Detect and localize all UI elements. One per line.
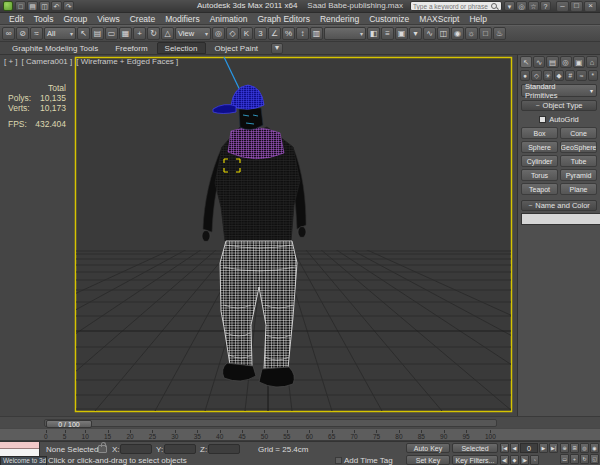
welcome-window-minimized[interactable]: Welcome to 3d	[0, 456, 47, 465]
menu-views[interactable]: Views	[92, 13, 125, 25]
listener-field[interactable]	[0, 449, 39, 456]
graphite-ribbon-toggle-icon[interactable]: ▾	[409, 27, 422, 40]
autogrid-checkbox[interactable]	[539, 116, 546, 123]
modify-tab-icon[interactable]: ∿	[533, 56, 545, 68]
menu-create[interactable]: Create	[125, 13, 161, 25]
utilities-tab-icon[interactable]: ⌂	[586, 56, 598, 68]
window-crossing-icon[interactable]: ▦	[119, 27, 132, 40]
menu-customize[interactable]: Customize	[364, 13, 414, 25]
selection-lock-icon[interactable]	[98, 445, 107, 453]
zoom-extents-icon[interactable]: ◎	[580, 443, 589, 453]
help-icon[interactable]: ?	[540, 1, 551, 11]
pan-view-icon[interactable]: +	[570, 454, 579, 464]
space-warps-category-icon[interactable]: ≈	[576, 70, 586, 81]
save-file-icon[interactable]: ◫	[39, 1, 50, 11]
percent-snap-toggle-icon[interactable]: %	[282, 27, 295, 40]
menu-tools[interactable]: Tools	[29, 13, 59, 25]
ribbon-collapse-icon[interactable]: ▾	[271, 43, 283, 54]
zoom-extents-all-icon[interactable]: ◉	[590, 443, 599, 453]
primitive-button-box[interactable]: Box	[521, 127, 558, 139]
zoom-all-icon[interactable]: ⊞	[570, 443, 579, 453]
create-tab-icon[interactable]: ↖	[520, 56, 532, 68]
curve-editor-icon[interactable]: ∿	[423, 27, 436, 40]
helpers-category-icon[interactable]: #	[565, 70, 575, 81]
select-and-rotate-icon[interactable]: ↻	[147, 27, 160, 40]
ribbon-tab-freeform[interactable]: Freeform	[107, 42, 155, 54]
menu-rendering[interactable]: Rendering	[315, 13, 364, 25]
select-and-link-icon[interactable]: ∞	[2, 27, 15, 40]
go-to-end-button[interactable]: ▶|	[549, 443, 558, 453]
primitive-button-cone[interactable]: Cone	[560, 127, 597, 139]
search-icon[interactable]	[491, 3, 497, 9]
menu-group[interactable]: Group	[59, 13, 93, 25]
previous-frame-button[interactable]: ◀	[510, 443, 519, 453]
menu-graph-editors[interactable]: Graph Editors	[252, 13, 314, 25]
select-and-move-icon[interactable]: +	[133, 27, 146, 40]
unlink-selection-icon[interactable]: ⊘	[16, 27, 29, 40]
primitive-button-plane[interactable]: Plane	[560, 183, 597, 195]
zoom-icon[interactable]: ⊕	[560, 443, 569, 453]
angle-snap-toggle-icon[interactable]: ∠	[268, 27, 281, 40]
menu-maxscript[interactable]: MAXScript	[414, 13, 464, 25]
time-configuration-icon[interactable]: ◔	[530, 455, 539, 465]
rectangular-selection-region-icon[interactable]: ▭	[105, 27, 118, 40]
reference-coordinate-system-dropdown[interactable]: View▾	[175, 27, 211, 40]
menu-help[interactable]: Help	[464, 13, 491, 25]
snap-toggle-icon[interactable]: 3	[254, 27, 267, 40]
key-mode-toggle-icon[interactable]: ◆	[510, 455, 519, 465]
primitive-button-pyramid[interactable]: Pyramid	[560, 169, 597, 181]
edit-named-selection-sets-icon[interactable]: ▥	[310, 27, 323, 40]
ribbon-tab-selection[interactable]: Selection	[157, 42, 206, 54]
play-animation-button[interactable]: ▶	[539, 443, 548, 453]
schematic-view-icon[interactable]: ◫	[437, 27, 450, 40]
maxscript-mini-listener[interactable]	[0, 442, 40, 456]
menu-edit[interactable]: Edit	[4, 13, 29, 25]
geometry-category-icon[interactable]: ●	[520, 70, 530, 81]
add-time-tag[interactable]: Add Time Tag	[335, 456, 393, 465]
mirror-icon[interactable]: ◧	[367, 27, 380, 40]
undo-icon[interactable]: ↶	[51, 1, 62, 11]
favorites-icon[interactable]: ☆	[528, 1, 539, 11]
use-pivot-point-center-icon[interactable]: ◎	[212, 27, 225, 40]
key-mode-dropdown[interactable]: Selected	[452, 443, 498, 453]
search-dropdown-icon[interactable]: ▾	[504, 1, 515, 11]
render-setup-icon[interactable]: ☼	[465, 27, 478, 40]
primitive-button-torus[interactable]: Torus	[521, 169, 558, 181]
search-input[interactable]	[413, 3, 489, 10]
time-slider-handle[interactable]: 0 / 100	[46, 420, 92, 428]
primitive-category-dropdown[interactable]: Standard Primitives ▾	[521, 84, 597, 97]
cameras-category-icon[interactable]: ◆	[554, 70, 564, 81]
communication-center-icon[interactable]: ◎	[516, 1, 527, 11]
y-coordinate-field[interactable]	[164, 444, 196, 454]
systems-category-icon[interactable]: *	[588, 70, 598, 81]
ribbon-tab-graphite-modeling-tools[interactable]: Graphite Modeling Tools	[4, 42, 106, 54]
render-production-icon[interactable]: ♨	[493, 27, 506, 40]
current-frame-field[interactable]: 0	[520, 443, 538, 453]
previous-key-button[interactable]: ◀|	[500, 455, 509, 465]
go-to-start-button[interactable]: |◀	[500, 443, 509, 453]
object-type-rollout[interactable]: − Object Type	[521, 100, 597, 111]
spinner-snap-toggle-icon[interactable]: ↕	[296, 27, 309, 40]
maximize-viewport-toggle-icon[interactable]: ◱	[590, 454, 599, 464]
display-tab-icon[interactable]: ▣	[573, 56, 585, 68]
selection-filter-dropdown[interactable]: All▾	[44, 27, 76, 40]
align-icon[interactable]: ≡	[381, 27, 394, 40]
redo-icon[interactable]: ↷	[63, 1, 74, 11]
primitive-button-geosphere[interactable]: GeoSphere	[560, 141, 597, 153]
primitive-button-tube[interactable]: Tube	[560, 155, 597, 167]
ribbon-tab-object-paint[interactable]: Object Paint	[207, 42, 267, 54]
keyboard-shortcut-override-icon[interactable]: K	[240, 27, 253, 40]
time-slider-track[interactable]: 0 / 100	[44, 419, 497, 427]
hierarchy-tab-icon[interactable]: ▤	[546, 56, 558, 68]
named-selection-sets-dropdown[interactable]: ▾	[324, 27, 366, 40]
orbit-icon[interactable]: ↻	[580, 454, 589, 464]
viewport-menu-pov[interactable]: [ Camera001 ]	[22, 57, 73, 66]
maximize-button[interactable]: □	[570, 1, 583, 12]
open-file-icon[interactable]: ▤	[27, 1, 38, 11]
select-by-name-icon[interactable]: ▤	[91, 27, 104, 40]
layer-manager-icon[interactable]: ▣	[395, 27, 408, 40]
primitive-button-sphere[interactable]: Sphere	[521, 141, 558, 153]
name-color-rollout[interactable]: − Name and Color	[521, 200, 597, 211]
minimize-button[interactable]: –	[556, 1, 569, 12]
macro-recorder-field[interactable]	[0, 442, 39, 449]
